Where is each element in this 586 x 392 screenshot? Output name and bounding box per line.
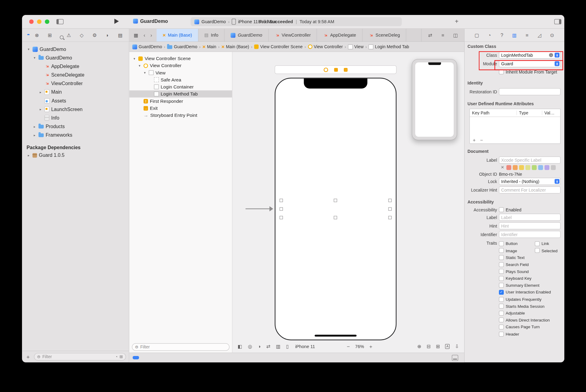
canvas-device-label[interactable]: iPhone 11	[295, 344, 315, 349]
accessibility-enabled-checkbox[interactable]: Enabled	[499, 207, 522, 212]
breakpoints-icon[interactable]: ◗	[104, 33, 111, 38]
device-bezel-toggle-icon[interactable]	[452, 355, 458, 361]
appearance-icon[interactable]: ◑	[258, 344, 261, 349]
orientation-icon[interactable]: ⇄	[266, 344, 270, 349]
size-inspector-icon[interactable]: ◿	[536, 33, 543, 38]
add-editor-icon[interactable]: ◫	[452, 33, 459, 38]
jumpbar-item-main[interactable]: ×Main	[202, 45, 216, 49]
module-dropdown-icon[interactable]: ▲▼	[555, 61, 559, 66]
add-item-button[interactable]: +	[25, 354, 31, 360]
trait-checkbox-summary-element[interactable]: Summary Element	[499, 283, 540, 288]
trait-checkbox-header[interactable]: Header	[499, 332, 519, 336]
runtime-attributes-table[interactable]: Key Path Type Val… + −	[469, 109, 561, 144]
editor-options-icon[interactable]: ≡	[440, 33, 446, 38]
navigator-item-guarddemo[interactable]: ▾GuardDemo	[22, 53, 129, 62]
trait-checkbox-selected[interactable]: Selected	[535, 248, 564, 253]
trait-checkbox-causes-page-turn[interactable]: Causes Page Turn	[499, 325, 540, 329]
new-tab-button[interactable]: +	[453, 18, 461, 26]
jumpbar-item-login-method-tab[interactable]: Login Method Tab	[369, 44, 409, 49]
inherit-module-checkbox[interactable]: Inherit Module From Target	[499, 70, 557, 74]
outline-item-exit[interactable]: →Exit	[129, 105, 232, 112]
color-swatch-1[interactable]	[513, 165, 518, 170]
tab-overview-icon[interactable]: ▦	[134, 33, 138, 38]
navigator-item-guard-1-0-5[interactable]: ▸Guard 1.0.5	[22, 151, 129, 160]
class-field[interactable]: LoginMethodTab → ▲▼	[499, 52, 561, 59]
accessibility-label-field[interactable]: Label	[499, 214, 561, 221]
navigator-item-guarddemo[interactable]: ▾GuardDemo	[22, 45, 129, 53]
outline-item-view-controller[interactable]: ▾View Controller	[129, 62, 232, 69]
navigator-item-scenedelegate[interactable]: SceneDelegate	[22, 70, 129, 79]
jumpbar-item-view-controller-scene[interactable]: View Controller Scene	[254, 45, 303, 49]
selection-handle[interactable]	[334, 216, 337, 219]
disclosure-icon[interactable]: ▾	[143, 71, 147, 74]
document-label-field[interactable]: Xcode Specific Label	[499, 156, 561, 164]
jumpbar-item-main-base[interactable]: ×Main (Base)	[221, 45, 249, 49]
color-swatch-2[interactable]	[519, 165, 524, 170]
navigator-item-assets[interactable]: Assets	[22, 96, 129, 105]
lock-dropdown-icon[interactable]: ▲▼	[555, 179, 559, 184]
align-icon[interactable]: ⊟	[426, 344, 430, 349]
tab-info[interactable]: ▤Info	[198, 29, 225, 41]
trait-checkbox-image[interactable]: Image	[499, 248, 535, 253]
disclosure-icon[interactable]: ▸	[38, 90, 42, 94]
trait-checkbox-updates-frequently[interactable]: Updates Frequently	[499, 297, 542, 302]
history-inspector-icon[interactable]: ◔	[486, 33, 493, 38]
zoom-level[interactable]: 76%	[355, 344, 364, 349]
jumpbar-item-view-controller[interactable]: View Controller	[308, 45, 343, 49]
attributes-inspector-icon[interactable]: ≡	[524, 33, 530, 38]
color-swatch-7[interactable]	[551, 165, 556, 170]
outline-item-view[interactable]: ▾View	[129, 69, 232, 76]
zoom-in-button[interactable]: +	[369, 343, 372, 350]
color-swatch-4[interactable]	[532, 165, 537, 170]
outline-filter-field[interactable]: ⊜ Filter	[132, 343, 230, 351]
identity-inspector-icon[interactable]: ▥	[511, 33, 518, 38]
outline-item-login-method-tab[interactable]: Login Method Tab	[129, 90, 232, 97]
color-swatch-3[interactable]	[526, 165, 530, 170]
disclosure-icon[interactable]: ▾	[132, 57, 136, 60]
trait-checkbox-search-field[interactable]: Search Field	[499, 262, 529, 267]
device-icon[interactable]: ▯	[286, 344, 289, 349]
navigator-item-viewcontroller[interactable]: ViewController	[22, 79, 129, 88]
class-dropdown-icon[interactable]: ▲▼	[555, 53, 559, 58]
accessibility-icon[interactable]: ◎	[248, 344, 252, 349]
tab-appdelegate[interactable]: AppDelegate	[317, 29, 363, 41]
trait-checkbox-allows-direct-interaction[interactable]: Allows Direct Interaction	[499, 318, 550, 322]
outline-item-storyboard-entry-point[interactable]: →Storyboard Entry Point	[129, 112, 232, 119]
navigator-item-products[interactable]: ▸Products	[22, 122, 129, 131]
toggle-navigator-icon[interactable]	[56, 19, 63, 24]
symbols-icon[interactable]: ⊞	[46, 33, 53, 38]
code-review-icon[interactable]: ⇄	[427, 33, 433, 38]
color-swatch-6[interactable]	[544, 165, 549, 170]
zoom-out-button[interactable]: −	[347, 343, 350, 350]
accessibility-hint-field[interactable]: Hint	[499, 222, 561, 229]
tab-guarddemo[interactable]: GuardDemo	[225, 29, 269, 41]
tab-main-base[interactable]: ×Main (Base)	[157, 29, 198, 41]
exit-icon[interactable]: →	[344, 68, 348, 71]
trait-checkbox-plays-sound[interactable]: Plays Sound	[499, 269, 529, 274]
outline-item-first-responder[interactable]: ⇧First Responder	[129, 98, 232, 105]
connections-inspector-icon[interactable]: ⊙	[549, 33, 555, 38]
trait-checkbox-button[interactable]: Button	[499, 241, 535, 246]
navigator-item-main[interactable]: ▸Main	[22, 88, 129, 96]
issues-icon[interactable]: ⚠	[65, 33, 72, 38]
outline-item-safe-area[interactable]: Safe Area	[129, 76, 232, 83]
navigator-item-launchscreen[interactable]: ▸LaunchScreen	[22, 105, 129, 113]
trait-checkbox-starts-media-session[interactable]: Starts Media Session	[499, 304, 544, 309]
update-frames-icon[interactable]: ⇩	[455, 344, 459, 349]
color-swatch-0[interactable]	[506, 165, 511, 170]
jump-to-class-icon[interactable]: →	[549, 53, 553, 57]
close-window-button[interactable]	[29, 20, 34, 24]
outline-toggle-icon[interactable]: ◧	[238, 344, 242, 349]
module-dropdown[interactable]: Guard ▲▼	[499, 60, 561, 67]
navigator-filter-field[interactable]: ⊜ Filter ◔ ⊞	[34, 353, 126, 360]
restoration-id-field[interactable]	[499, 88, 561, 95]
jumpbar-item-guarddemo[interactable]: GuardDemo	[132, 44, 162, 49]
zoom-window-button[interactable]	[45, 20, 49, 24]
tab-scenedeleg[interactable]: SceneDeleg	[363, 29, 407, 41]
toggle-inspector-icon[interactable]	[554, 19, 561, 24]
file-inspector-icon[interactable]: ▢	[473, 33, 480, 38]
selection-handle[interactable]	[279, 199, 283, 202]
disclosure-icon[interactable]: ▸	[33, 133, 37, 137]
iphone-canvas-view[interactable]	[275, 78, 396, 340]
source-control-icon[interactable]: ⊗	[34, 33, 40, 38]
